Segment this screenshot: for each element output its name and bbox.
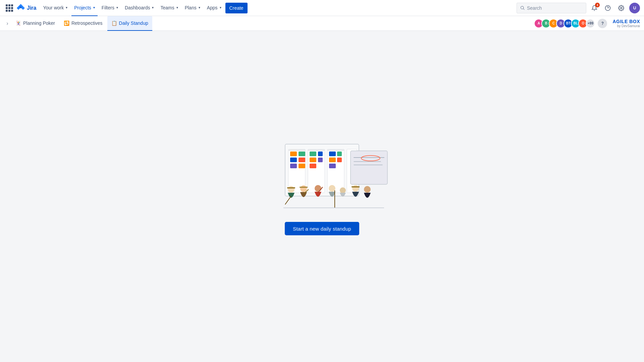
svg-rect-33 (287, 187, 295, 188)
chevron-down-icon: ▾ (220, 6, 221, 9)
svg-rect-16 (310, 158, 316, 162)
chevron-down-icon: ▾ (116, 6, 118, 9)
topnav-right: Search 3 U (517, 3, 640, 13)
svg-rect-18 (310, 164, 316, 168)
help-icon[interactable]: ? (598, 19, 607, 28)
svg-rect-23 (337, 158, 342, 162)
chevron-down-icon: ▾ (66, 6, 67, 9)
nav-your-work[interactable]: Your work ▾ (40, 0, 70, 16)
nav-teams[interactable]: Teams ▾ (158, 0, 180, 16)
svg-rect-13 (299, 164, 305, 168)
notifications-button[interactable]: 3 (589, 3, 600, 13)
svg-rect-11 (299, 158, 305, 162)
svg-point-38 (315, 185, 321, 192)
nav-plans[interactable]: Plans ▾ (182, 0, 203, 16)
tab-daily-standup[interactable]: 📋 Daily Standup (107, 16, 152, 31)
svg-rect-9 (299, 152, 305, 156)
svg-rect-36 (300, 187, 308, 188)
secondary-navigation: › 🃏 Planning Poker 🔁 Retrospectives 📋 Da… (0, 16, 644, 31)
svg-rect-10 (290, 158, 297, 162)
nav-apps[interactable]: Apps ▾ (204, 0, 224, 16)
nav-dashboards[interactable]: Dashboards ▾ (122, 0, 157, 16)
apps-grid-icon[interactable] (4, 3, 15, 13)
notification-badge: 3 (595, 3, 600, 7)
nav-filters[interactable]: Filters ▾ (99, 0, 121, 16)
svg-rect-19 (329, 152, 336, 156)
search-box[interactable]: Search (517, 3, 586, 13)
search-placeholder: Search (527, 5, 542, 11)
svg-rect-12 (290, 164, 297, 168)
avatar-group: A B C D BT BL O +99 (534, 19, 595, 28)
planning-poker-icon: 🃏 (15, 20, 21, 26)
chevron-down-icon: ▾ (176, 6, 178, 9)
secondnav-right: A B C D BT BL O +99 ? AGILE BOX by DevSa… (534, 19, 640, 28)
svg-rect-15 (318, 152, 323, 156)
agile-box-title: AGILE BOX (612, 19, 640, 24)
svg-point-43 (352, 185, 359, 192)
agile-box-sub: by DevSamurai (617, 24, 640, 28)
svg-rect-20 (337, 152, 342, 156)
svg-rect-27 (351, 151, 387, 184)
svg-rect-8 (290, 152, 297, 156)
tab-planning-poker[interactable]: 🃏 Planning Poker (11, 16, 59, 31)
svg-point-45 (364, 186, 371, 193)
tab-retrospectives[interactable]: 🔁 Retrospectives (60, 16, 107, 31)
svg-point-32 (288, 186, 294, 193)
nav-projects[interactable]: Projects ▾ (71, 0, 98, 16)
chevron-down-icon: ▾ (152, 6, 154, 9)
svg-rect-14 (310, 152, 316, 156)
avatar-count-badge[interactable]: +99 (586, 19, 595, 28)
daily-standup-icon: 📋 (111, 20, 117, 26)
svg-rect-17 (318, 158, 323, 162)
svg-rect-21 (329, 158, 336, 162)
collapse-sidebar-button[interactable]: › (4, 16, 11, 31)
search-icon (520, 6, 525, 10)
main-content: Start a new daily standup (0, 31, 644, 362)
standup-illustration (252, 137, 392, 211)
svg-rect-44 (352, 186, 360, 187)
svg-point-35 (300, 185, 307, 192)
start-standup-button[interactable]: Start a new daily standup (285, 222, 359, 235)
svg-rect-22 (329, 164, 336, 168)
agile-box-brand: AGILE BOX by DevSamurai (612, 19, 640, 28)
chevron-down-icon: ▾ (199, 6, 200, 9)
top-navigation: Jira Your work ▾ Projects ▾ Filters ▾ Da… (0, 0, 644, 16)
topnav-left: Jira Your work ▾ Projects ▾ Filters ▾ Da… (4, 0, 515, 16)
svg-point-42 (340, 187, 346, 193)
svg-line-34 (285, 196, 291, 204)
retrospectives-icon: 🔁 (64, 20, 69, 26)
user-avatar[interactable]: U (629, 3, 640, 13)
create-button[interactable]: Create (225, 3, 248, 13)
chevron-down-icon: ▾ (93, 6, 95, 9)
help-button[interactable] (602, 3, 613, 13)
svg-point-2 (621, 7, 622, 9)
settings-button[interactable] (616, 3, 627, 13)
jira-logo-text: Jira (27, 5, 36, 11)
jira-logo[interactable]: Jira (16, 3, 36, 13)
